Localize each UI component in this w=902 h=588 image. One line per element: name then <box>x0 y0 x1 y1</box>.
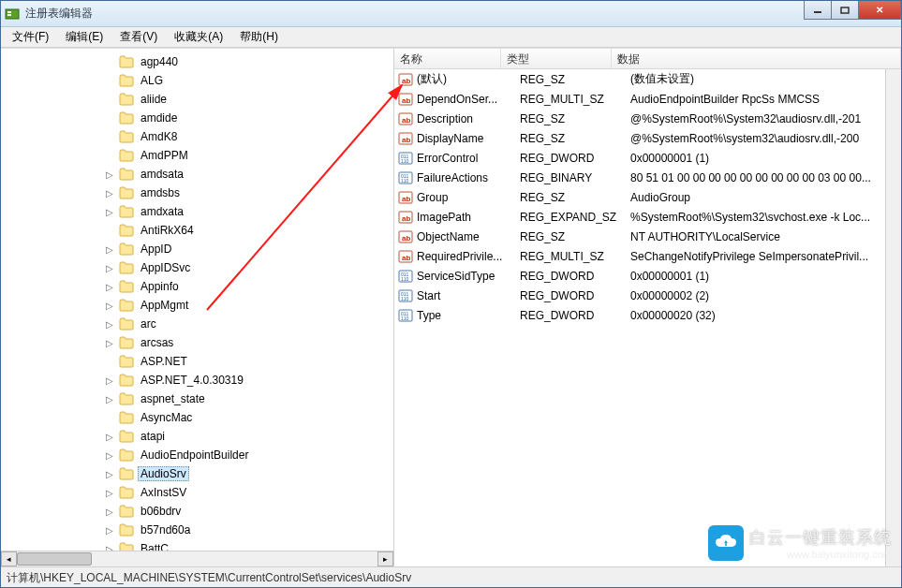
node-label[interactable]: AppIDSvc <box>138 260 193 275</box>
node-label[interactable]: BattC <box>138 541 171 551</box>
node-label[interactable]: AmdPPM <box>138 148 191 163</box>
tree-node[interactable]: ▷atapi <box>104 427 393 446</box>
expander-icon[interactable]: ▷ <box>104 188 115 198</box>
tree-node[interactable]: ▷aspnet_state <box>104 390 393 408</box>
list-body[interactable]: ab(默认)REG_SZ(数值未设置)abDependOnSer...REG_M… <box>394 69 901 566</box>
tree-node[interactable]: agp440 <box>104 52 393 71</box>
menu-help[interactable]: 帮助(H) <box>232 27 286 47</box>
tree-node[interactable]: ▷Appinfo <box>104 277 393 296</box>
scroll-left-button[interactable]: ◂ <box>1 551 17 566</box>
tree-node[interactable]: ▷AudioSrv <box>104 464 393 483</box>
tree-node[interactable]: ▷amdsbs <box>104 184 393 202</box>
node-label[interactable]: AsyncMac <box>138 410 195 425</box>
node-label[interactable]: arcsas <box>138 335 176 350</box>
expander-icon[interactable]: ▷ <box>104 319 115 330</box>
value-row[interactable]: 011110StartREG_DWORD0x00000002 (2) <box>394 286 901 305</box>
tree-node[interactable]: amdide <box>104 109 393 127</box>
value-row[interactable]: abRequiredPrivile...REG_MULTI_SZSeChange… <box>394 246 901 266</box>
node-label[interactable]: arc <box>138 316 159 331</box>
node-label[interactable]: Appinfo <box>138 279 182 294</box>
tree-node[interactable]: AmdPPM <box>104 146 393 165</box>
col-header-type[interactable]: 类型 <box>501 49 612 68</box>
value-row[interactable]: 011110FailureActionsREG_BINARY80 51 01 0… <box>394 168 901 187</box>
expander-icon[interactable]: ▷ <box>104 507 115 517</box>
node-label[interactable]: b06bdrv <box>138 504 184 519</box>
expander-icon[interactable]: ▷ <box>104 432 115 442</box>
node-label[interactable]: AppMgmt <box>138 298 191 313</box>
expander-icon[interactable]: ▷ <box>104 207 115 217</box>
node-label[interactable]: agp440 <box>138 54 181 69</box>
close-button[interactable]: ✕ <box>858 1 901 20</box>
node-label[interactable]: amdide <box>138 110 180 125</box>
tree-node[interactable]: ALG <box>104 71 393 90</box>
tree-node[interactable]: ▷AxInstSV <box>104 483 393 502</box>
node-label[interactable]: AppID <box>138 242 174 257</box>
col-header-name[interactable]: 名称 <box>394 49 501 68</box>
expander-icon[interactable]: ▷ <box>104 263 115 273</box>
expander-icon[interactable]: ▷ <box>104 525 115 536</box>
scroll-thumb[interactable] <box>17 552 92 566</box>
value-row[interactable]: 011110TypeREG_DWORD0x00000020 (32) <box>394 305 901 325</box>
value-row[interactable]: abImagePathREG_EXPAND_SZ%SystemRoot%\Sys… <box>394 207 901 227</box>
menu-file[interactable]: 文件(F) <box>5 27 56 47</box>
node-label[interactable]: amdsbs <box>138 185 183 200</box>
menu-edit[interactable]: 编辑(E) <box>58 27 111 47</box>
menu-view[interactable]: 查看(V) <box>112 27 165 47</box>
tree-node[interactable]: ▷b06bdrv <box>104 502 393 521</box>
node-label[interactable]: aspnet_state <box>138 391 208 406</box>
node-label[interactable]: b57nd60a <box>138 522 193 537</box>
value-row[interactable]: abDependOnSer...REG_MULTI_SZAudioEndpoin… <box>394 89 901 109</box>
node-label[interactable]: AxInstSV <box>138 485 189 500</box>
minimize-button[interactable] <box>804 1 832 20</box>
tree-hscrollbar[interactable]: ◂ ▸ <box>1 551 393 566</box>
registry-tree[interactable]: agp440ALGaliideamdideAmdK8AmdPPM▷amdsata… <box>1 49 393 551</box>
tree-node[interactable]: AsyncMac <box>104 408 393 427</box>
node-label[interactable]: AudioEndpointBuilder <box>138 448 251 463</box>
node-label[interactable]: AudioSrv <box>138 466 189 481</box>
node-label[interactable]: aliide <box>138 92 170 107</box>
tree-node[interactable]: AmdK8 <box>104 127 393 146</box>
tree-node[interactable]: ▷amdsata <box>104 165 393 184</box>
tree-node[interactable]: ASP.NET <box>104 352 393 371</box>
value-row[interactable]: abDisplayNameREG_SZ@%SystemRoot%\system3… <box>394 128 901 148</box>
tree-node[interactable]: ▷arc <box>104 315 393 333</box>
tree-node[interactable]: AntiRkX64 <box>104 221 393 240</box>
list-header[interactable]: 名称 类型 数据 <box>394 49 901 69</box>
col-header-data[interactable]: 数据 <box>612 49 901 68</box>
tree-node[interactable]: ▷AppID <box>104 240 393 258</box>
list-vscrollbar[interactable] <box>885 69 901 566</box>
expander-icon[interactable]: ▷ <box>104 282 115 292</box>
node-label[interactable]: ASP.NET_4.0.30319 <box>138 373 246 388</box>
value-row[interactable]: 011110ErrorControlREG_DWORD0x00000001 (1… <box>394 148 901 168</box>
tree-node[interactable]: ▷arcsas <box>104 333 393 352</box>
expander-icon[interactable]: ▷ <box>104 488 115 498</box>
node-label[interactable]: AmdK8 <box>138 129 180 144</box>
tree-node[interactable]: ▷AppMgmt <box>104 296 393 315</box>
expander-icon[interactable]: ▷ <box>104 394 115 404</box>
node-label[interactable]: ASP.NET <box>138 354 190 369</box>
tree-node[interactable]: aliide <box>104 90 393 109</box>
expander-icon[interactable]: ▷ <box>104 301 115 311</box>
menu-favorites[interactable]: 收藏夹(A) <box>167 27 230 47</box>
expander-icon[interactable]: ▷ <box>104 450 115 461</box>
tree-node[interactable]: ▷AppIDSvc <box>104 258 393 277</box>
tree-node[interactable]: ▷BattC <box>104 539 393 551</box>
titlebar[interactable]: 注册表编辑器 ✕ <box>1 1 901 27</box>
node-label[interactable]: amdsata <box>138 167 186 182</box>
tree-node[interactable]: ▷amdxata <box>104 202 393 221</box>
tree-node[interactable]: ▷b57nd60a <box>104 521 393 539</box>
expander-icon[interactable]: ▷ <box>104 338 115 348</box>
expander-icon[interactable]: ▷ <box>104 469 115 479</box>
node-label[interactable]: amdxata <box>138 204 186 219</box>
tree-node[interactable]: ▷AudioEndpointBuilder <box>104 446 393 464</box>
expander-icon[interactable]: ▷ <box>104 375 115 386</box>
value-row[interactable]: ab(默认)REG_SZ(数值未设置) <box>394 69 901 89</box>
scroll-right-button[interactable]: ▸ <box>377 551 393 566</box>
expander-icon[interactable]: ▷ <box>104 244 115 255</box>
value-row[interactable]: abGroupREG_SZAudioGroup <box>394 187 901 207</box>
node-label[interactable]: AntiRkX64 <box>138 223 197 238</box>
tree-node[interactable]: ▷ASP.NET_4.0.30319 <box>104 371 393 390</box>
node-label[interactable]: atapi <box>138 429 168 444</box>
expander-icon[interactable]: ▷ <box>104 544 115 551</box>
expander-icon[interactable]: ▷ <box>104 169 115 180</box>
